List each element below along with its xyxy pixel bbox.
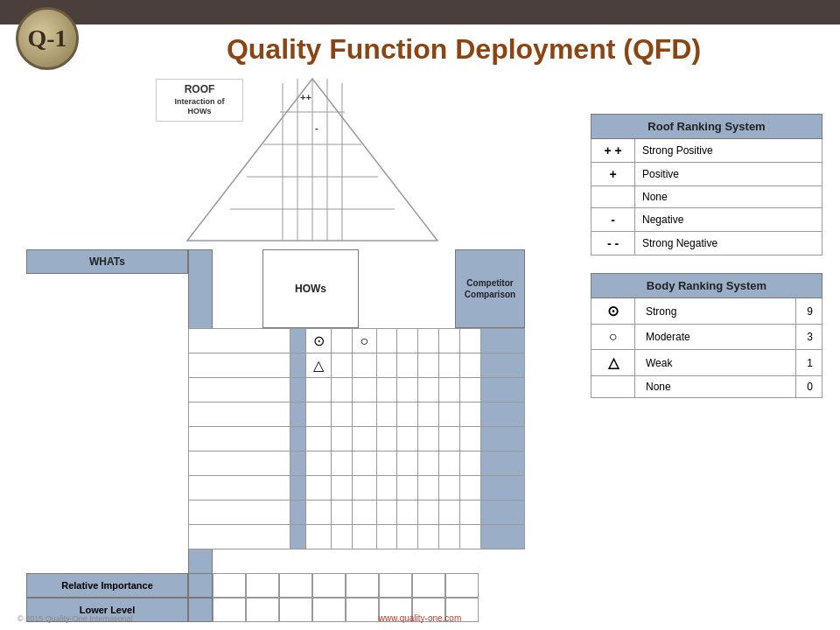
grid-cell-r4-c4 [397,427,418,452]
importance-cell-0 [290,329,306,354]
importance-cell-8 [290,525,306,550]
page-title: Quality Function Deployment (QFD) [105,33,822,66]
roof-label-box: ROOF Interaction of HOWs [156,79,243,122]
lower-imp-cell [188,598,213,622]
body-value-2: 1 [796,350,822,376]
body-symbol-0: ⊙ [592,298,635,325]
grid-cell-r0-c1 [332,329,353,354]
body-symbol-3 [592,376,635,398]
top-bar [0,0,840,24]
grid-cell-r1-c2 [352,354,376,378]
grid-cell-r0-c5 [418,329,439,354]
grid-cell-r4-c3 [376,427,397,452]
grid-cell-r4-c1 [332,427,353,452]
grid-cell-r0-c7 [460,329,481,354]
grid-cell-r7-c2 [352,500,376,525]
grid-cell-r3-c5 [418,402,439,427]
body-label-1: Moderate [635,325,796,350]
roof-label-4: Strong Negative [635,232,822,256]
importance-cell-1 [290,354,306,378]
footer-copyright: © 2015 Quality-One International [18,614,133,623]
grid-cell-r5-c6 [439,452,460,476]
grid-cell-r3-c7 [460,402,481,427]
body-value-0: 9 [796,298,822,325]
roof-title: ROOF [162,83,237,97]
right-panels: Roof Ranking System + +Strong Positive+P… [591,114,822,416]
grid-cell-r4-c2 [352,427,376,452]
importance-cell-4 [290,427,306,452]
roof-label-1: Positive [635,163,822,186]
grid-cell-r3-c1 [332,402,353,427]
grid-cell-r4-c7 [460,427,481,452]
svg-text:++: ++ [300,92,312,102]
body-label-3: None [635,376,796,398]
competitor-cell-2 [481,378,525,402]
grid-cell-r5-c1 [332,452,353,476]
grid-cell-r3-c6 [439,402,460,427]
grid-cell-r6-c7 [460,476,481,500]
importance-cell-2 [290,378,306,402]
competitor-header: Competitor Comparison [455,249,525,328]
whats-cell-3 [189,402,290,427]
grid-cell-r0-c0: ⊙ [306,329,332,354]
grid-cell-r2-c4 [397,378,418,402]
whats-cell-2 [189,378,290,402]
grid-cell-r6-c2 [352,476,376,500]
roof-symbol-0: + + [592,139,635,163]
grid-cell-r2-c1 [332,378,353,402]
logo-text: Q-1 [27,24,66,52]
logo: Q-1 [16,7,79,70]
importance-cell-7 [290,500,306,525]
grid-cell-r7-c1 [332,500,353,525]
grid-cell-r7-c3 [376,500,397,525]
grid-cell-r1-c3 [376,354,397,378]
grid-cell-r8-c1 [332,525,353,550]
whats-cell-1 [189,354,290,378]
importance-cell-3 [290,402,306,427]
rel-importance-label: Relative Importance [26,573,188,598]
competitor-cell-0 [481,329,525,354]
relative-importance-row: Relative Importance [26,573,525,598]
body-label-2: Weak [635,350,796,376]
grid-cell-r1-c7 [460,354,481,378]
grid-cell-r8-c0 [306,525,332,550]
grid-cell-r2-c0 [306,378,332,402]
body-ranking-title: Body Ranking System [592,274,822,298]
roof-ranking-title: Roof Ranking System [592,115,822,139]
hows-header: HOWs [262,249,359,328]
roof-ranking-row: - -Strong Negative [592,232,822,256]
grid-cell-r4-c6 [439,427,460,452]
grid-cell-r7-c5 [418,500,439,525]
grid-cell-r2-c3 [376,378,397,402]
competitor-cell-6 [481,476,525,500]
body-symbol-1: ○ [592,325,635,350]
importance-cell-6 [290,476,306,500]
whats-cell-8 [189,525,290,550]
body-label-0: Strong [635,298,796,325]
grid-cell-r3-c4 [397,402,418,427]
roof-symbol-3: - [592,208,635,232]
roof-label-3: Negative [635,208,822,232]
grid-cell-r6-c5 [418,476,439,500]
grid-cell-r6-c4 [397,476,418,500]
body-ranking-row: △Weak1 [592,350,822,376]
roof-label-0: Strong Positive [635,139,822,163]
grid-cell-r5-c4 [397,452,418,476]
grid-cell-r4-c5 [418,427,439,452]
grid-cell-r3-c0 [306,402,332,427]
competitor-cell-7 [481,500,525,525]
grid-cell-r6-c0 [306,476,332,500]
body-ranking-row: None0 [592,376,822,398]
grid-cell-r7-c7 [460,500,481,525]
competitor-cell-5 [481,452,525,476]
grid-cell-r5-c5 [418,452,439,476]
grid-cell-r8-c6 [439,525,460,550]
grid-cell-r0-c3 [376,329,397,354]
grid-cell-r2-c6 [439,378,460,402]
rel-importance-cells [213,573,479,598]
grid-cell-r2-c7 [460,378,481,402]
grid-cell-r1-c5 [418,354,439,378]
roof-symbol-4: - - [592,232,635,256]
grid-cell-r3-c2 [352,402,376,427]
roof-ranking-row: +Positive [592,163,822,186]
